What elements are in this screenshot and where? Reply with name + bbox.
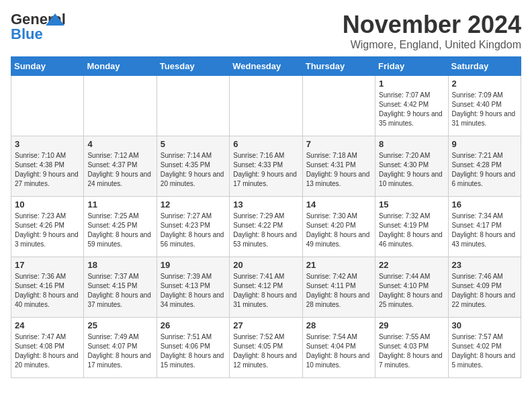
day-info: Sunrise: 7:27 AM Sunset: 4:23 PM Dayligh…	[161, 212, 226, 249]
day-number: 9	[452, 139, 517, 149]
day-number: 16	[452, 199, 517, 210]
day-cell: 25Sunrise: 7:49 AM Sunset: 4:07 PM Dayli…	[84, 318, 157, 378]
day-cell: 27Sunrise: 7:52 AM Sunset: 4:05 PM Dayli…	[230, 318, 302, 378]
day-cell: 12Sunrise: 7:27 AM Sunset: 4:23 PM Dayli…	[157, 197, 229, 257]
day-number: 26	[161, 320, 226, 330]
day-info: Sunrise: 7:49 AM Sunset: 4:07 PM Dayligh…	[87, 332, 152, 370]
day-cell: 8Sunrise: 7:20 AM Sunset: 4:30 PM Daylig…	[375, 136, 448, 197]
day-cell: 29Sunrise: 7:55 AM Sunset: 4:03 PM Dayli…	[375, 318, 448, 378]
day-number: 25	[87, 320, 152, 330]
day-info: Sunrise: 7:10 AM Sunset: 4:38 PM Dayligh…	[15, 151, 80, 189]
day-info: Sunrise: 7:36 AM Sunset: 4:16 PM Dayligh…	[15, 272, 80, 310]
svg-marker-0	[46, 13, 64, 26]
day-cell	[302, 76, 375, 136]
header: General Blue November 2024 Wigmore, Engl…	[11, 11, 521, 51]
day-info: Sunrise: 7:37 AM Sunset: 4:15 PM Dayligh…	[87, 272, 152, 310]
header-cell-tuesday: Tuesday	[157, 57, 229, 76]
day-number: 23	[452, 260, 517, 270]
day-cell: 16Sunrise: 7:34 AM Sunset: 4:17 PM Dayli…	[448, 197, 521, 257]
day-cell: 23Sunrise: 7:46 AM Sunset: 4:09 PM Dayli…	[448, 257, 521, 318]
day-cell: 10Sunrise: 7:23 AM Sunset: 4:26 PM Dayli…	[11, 197, 84, 257]
day-number: 11	[87, 199, 152, 210]
day-number: 3	[15, 139, 80, 149]
day-number: 28	[306, 320, 371, 330]
day-number: 22	[379, 260, 444, 270]
day-cell: 30Sunrise: 7:57 AM Sunset: 4:02 PM Dayli…	[448, 318, 521, 378]
day-info: Sunrise: 7:46 AM Sunset: 4:09 PM Dayligh…	[452, 272, 517, 310]
header-cell-thursday: Thursday	[302, 57, 375, 76]
day-number: 12	[161, 199, 226, 210]
day-cell: 3Sunrise: 7:10 AM Sunset: 4:38 PM Daylig…	[11, 136, 84, 197]
day-number: 24	[15, 320, 80, 330]
day-info: Sunrise: 7:12 AM Sunset: 4:37 PM Dayligh…	[87, 151, 152, 189]
day-cell: 6Sunrise: 7:16 AM Sunset: 4:33 PM Daylig…	[230, 136, 302, 197]
day-cell: 2Sunrise: 7:09 AM Sunset: 4:40 PM Daylig…	[448, 76, 521, 136]
day-cell: 18Sunrise: 7:37 AM Sunset: 4:15 PM Dayli…	[84, 257, 157, 318]
day-number: 5	[161, 139, 226, 149]
day-cell: 15Sunrise: 7:32 AM Sunset: 4:19 PM Dayli…	[375, 197, 448, 257]
header-cell-wednesday: Wednesday	[230, 57, 302, 76]
day-number: 13	[233, 199, 298, 210]
day-info: Sunrise: 7:51 AM Sunset: 4:06 PM Dayligh…	[161, 332, 226, 370]
day-info: Sunrise: 7:42 AM Sunset: 4:11 PM Dayligh…	[306, 272, 371, 310]
day-info: Sunrise: 7:20 AM Sunset: 4:30 PM Dayligh…	[379, 151, 444, 189]
week-row-2: 10Sunrise: 7:23 AM Sunset: 4:26 PM Dayli…	[11, 197, 521, 257]
day-cell	[84, 76, 157, 136]
logo-blue: Blue	[11, 26, 43, 43]
day-number: 20	[233, 260, 298, 270]
day-info: Sunrise: 7:09 AM Sunset: 4:40 PM Dayligh…	[452, 91, 517, 128]
day-cell: 14Sunrise: 7:30 AM Sunset: 4:20 PM Dayli…	[302, 197, 375, 257]
day-info: Sunrise: 7:55 AM Sunset: 4:03 PM Dayligh…	[379, 332, 444, 370]
day-number: 8	[379, 139, 444, 149]
logo: General Blue	[11, 11, 51, 40]
day-cell: 22Sunrise: 7:44 AM Sunset: 4:10 PM Dayli…	[375, 257, 448, 318]
logo-icon	[46, 13, 64, 26]
day-cell: 24Sunrise: 7:47 AM Sunset: 4:08 PM Dayli…	[11, 318, 84, 378]
header-row: SundayMondayTuesdayWednesdayThursdayFrid…	[11, 57, 521, 76]
day-info: Sunrise: 7:54 AM Sunset: 4:04 PM Dayligh…	[306, 332, 371, 370]
day-number: 17	[15, 260, 80, 270]
day-cell: 13Sunrise: 7:29 AM Sunset: 4:22 PM Dayli…	[230, 197, 302, 257]
day-info: Sunrise: 7:34 AM Sunset: 4:17 PM Dayligh…	[452, 212, 517, 249]
day-info: Sunrise: 7:18 AM Sunset: 4:31 PM Dayligh…	[306, 151, 371, 189]
calendar-table: SundayMondayTuesdayWednesdayThursdayFrid…	[11, 56, 521, 378]
day-number: 18	[87, 260, 152, 270]
day-info: Sunrise: 7:39 AM Sunset: 4:13 PM Dayligh…	[161, 272, 226, 310]
week-row-1: 3Sunrise: 7:10 AM Sunset: 4:38 PM Daylig…	[11, 136, 521, 197]
day-cell: 7Sunrise: 7:18 AM Sunset: 4:31 PM Daylig…	[302, 136, 375, 197]
day-info: Sunrise: 7:52 AM Sunset: 4:05 PM Dayligh…	[233, 332, 298, 370]
day-cell: 1Sunrise: 7:07 AM Sunset: 4:42 PM Daylig…	[375, 76, 448, 136]
day-cell: 17Sunrise: 7:36 AM Sunset: 4:16 PM Dayli…	[11, 257, 84, 318]
day-number: 30	[452, 320, 517, 330]
day-cell	[11, 76, 84, 136]
title-area: November 2024 Wigmore, England, United K…	[343, 11, 521, 51]
day-info: Sunrise: 7:21 AM Sunset: 4:28 PM Dayligh…	[452, 151, 517, 189]
day-cell: 21Sunrise: 7:42 AM Sunset: 4:11 PM Dayli…	[302, 257, 375, 318]
location-title: Wigmore, England, United Kingdom	[343, 39, 521, 51]
day-info: Sunrise: 7:47 AM Sunset: 4:08 PM Dayligh…	[15, 332, 80, 370]
day-number: 7	[306, 139, 371, 149]
day-cell: 9Sunrise: 7:21 AM Sunset: 4:28 PM Daylig…	[448, 136, 521, 197]
day-info: Sunrise: 7:32 AM Sunset: 4:19 PM Dayligh…	[379, 212, 444, 249]
day-cell: 4Sunrise: 7:12 AM Sunset: 4:37 PM Daylig…	[84, 136, 157, 197]
header-cell-saturday: Saturday	[448, 57, 521, 76]
day-info: Sunrise: 7:44 AM Sunset: 4:10 PM Dayligh…	[379, 272, 444, 310]
day-number: 27	[233, 320, 298, 330]
day-cell: 19Sunrise: 7:39 AM Sunset: 4:13 PM Dayli…	[157, 257, 229, 318]
day-number: 2	[452, 79, 517, 89]
header-cell-friday: Friday	[375, 57, 448, 76]
day-cell: 20Sunrise: 7:41 AM Sunset: 4:12 PM Dayli…	[230, 257, 302, 318]
week-row-3: 17Sunrise: 7:36 AM Sunset: 4:16 PM Dayli…	[11, 257, 521, 318]
day-info: Sunrise: 7:23 AM Sunset: 4:26 PM Dayligh…	[15, 212, 80, 249]
day-cell: 11Sunrise: 7:25 AM Sunset: 4:25 PM Dayli…	[84, 197, 157, 257]
day-number: 14	[306, 199, 371, 210]
month-title: November 2024	[343, 11, 521, 39]
day-number: 6	[233, 139, 298, 149]
day-info: Sunrise: 7:16 AM Sunset: 4:33 PM Dayligh…	[233, 151, 298, 189]
header-cell-sunday: Sunday	[11, 57, 84, 76]
day-number: 19	[161, 260, 226, 270]
week-row-0: 1Sunrise: 7:07 AM Sunset: 4:42 PM Daylig…	[11, 76, 521, 136]
day-info: Sunrise: 7:30 AM Sunset: 4:20 PM Dayligh…	[306, 212, 371, 249]
header-cell-monday: Monday	[84, 57, 157, 76]
day-cell: 28Sunrise: 7:54 AM Sunset: 4:04 PM Dayli…	[302, 318, 375, 378]
